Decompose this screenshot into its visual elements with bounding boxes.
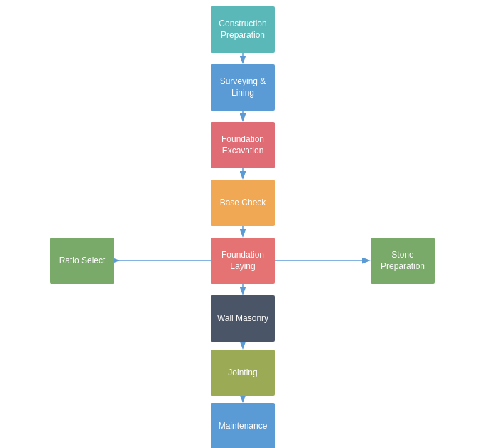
- foundation-laying-label: Foundation Laying: [211, 250, 275, 272]
- foundation-excavation-label: Foundation Excavation: [211, 134, 275, 156]
- wall-masonry-node[interactable]: Wall Masonry: [211, 295, 275, 342]
- jointing-node[interactable]: Jointing: [211, 350, 275, 396]
- ratio-select-node[interactable]: Ratio Select: [50, 238, 114, 284]
- foundation-laying-node[interactable]: Foundation Laying: [211, 238, 275, 284]
- stone-preparation-label: Stone Preparation: [371, 250, 435, 272]
- stone-preparation-node[interactable]: Stone Preparation: [371, 238, 435, 284]
- base-check-label: Base Check: [220, 198, 266, 209]
- foundation-excavation-node[interactable]: Foundation Excavation: [211, 122, 275, 168]
- maintenance-node[interactable]: Maintenance: [211, 403, 275, 448]
- wall-masonry-label: Wall Masonry: [217, 313, 268, 325]
- construction-preparation-label: Construction Preparation: [211, 19, 275, 41]
- ratio-select-label: Ratio Select: [59, 255, 106, 267]
- base-check-node[interactable]: Base Check: [211, 180, 275, 226]
- maintenance-label: Maintenance: [219, 421, 268, 432]
- construction-preparation-node[interactable]: Construction Preparation: [211, 6, 275, 53]
- jointing-label: Jointing: [228, 367, 257, 379]
- surveying-lining-label: Surveying & Lining: [211, 76, 275, 98]
- diagram-container: Construction Preparation Surveying & Lin…: [0, 0, 497, 448]
- surveying-lining-node[interactable]: Surveying & Lining: [211, 64, 275, 111]
